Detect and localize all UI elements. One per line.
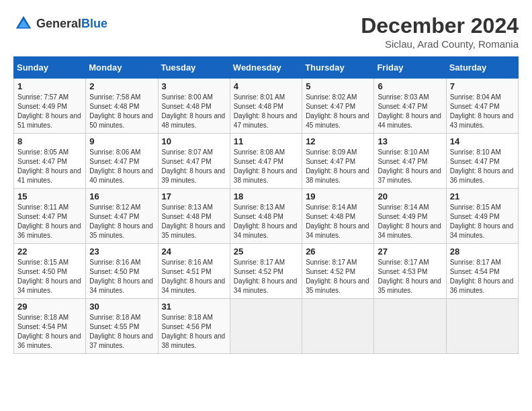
calendar-cell: 25Sunrise: 8:17 AM Sunset: 4:52 PM Dayli… xyxy=(230,244,302,299)
day-number: 23 xyxy=(89,246,154,257)
calendar-cell: 14Sunrise: 8:10 AM Sunset: 4:47 PM Dayli… xyxy=(446,134,518,189)
calendar-week-row: 22Sunrise: 8:15 AM Sunset: 4:50 PM Dayli… xyxy=(14,244,519,299)
subtitle: Siclau, Arad County, Romania xyxy=(361,38,519,50)
calendar-cell: 1Sunrise: 7:57 AM Sunset: 4:49 PM Daylig… xyxy=(14,79,86,134)
day-number: 4 xyxy=(234,81,298,91)
calendar-cell: 4Sunrise: 8:01 AM Sunset: 4:48 PM Daylig… xyxy=(230,79,302,134)
calendar-cell: 8Sunrise: 8:05 AM Sunset: 4:47 PM Daylig… xyxy=(14,134,86,189)
title-area: December 2024 Siclau, Arad County, Roman… xyxy=(361,13,519,50)
calendar-cell: 20Sunrise: 8:14 AM Sunset: 4:49 PM Dayli… xyxy=(374,189,446,244)
day-info: Sunrise: 8:16 AM Sunset: 4:51 PM Dayligh… xyxy=(162,258,226,295)
weekday-header-wednesday: Wednesday xyxy=(230,57,302,79)
day-number: 30 xyxy=(89,302,154,312)
calendar-cell: 24Sunrise: 8:16 AM Sunset: 4:51 PM Dayli… xyxy=(158,244,230,299)
day-info: Sunrise: 8:04 AM Sunset: 4:47 PM Dayligh… xyxy=(450,93,515,130)
day-info: Sunrise: 8:14 AM Sunset: 4:49 PM Dayligh… xyxy=(378,203,442,240)
day-number: 5 xyxy=(306,81,370,91)
day-info: Sunrise: 8:14 AM Sunset: 4:48 PM Dayligh… xyxy=(306,203,370,240)
weekday-header-monday: Monday xyxy=(86,57,158,79)
day-info: Sunrise: 8:06 AM Sunset: 4:47 PM Dayligh… xyxy=(89,148,154,185)
day-number: 28 xyxy=(450,246,515,257)
day-info: Sunrise: 8:18 AM Sunset: 4:56 PM Dayligh… xyxy=(162,313,226,351)
calendar-cell: 3Sunrise: 8:00 AM Sunset: 4:48 PM Daylig… xyxy=(158,79,230,134)
calendar-week-row: 8Sunrise: 8:05 AM Sunset: 4:47 PM Daylig… xyxy=(14,134,519,189)
calendar-cell: 10Sunrise: 8:07 AM Sunset: 4:47 PM Dayli… xyxy=(158,134,230,189)
logo-general: General xyxy=(36,17,81,30)
day-info: Sunrise: 8:18 AM Sunset: 4:54 PM Dayligh… xyxy=(17,313,82,351)
day-number: 1 xyxy=(17,81,82,91)
day-info: Sunrise: 8:12 AM Sunset: 4:47 PM Dayligh… xyxy=(89,203,154,240)
calendar-cell: 9Sunrise: 8:06 AM Sunset: 4:47 PM Daylig… xyxy=(86,134,158,189)
day-number: 2 xyxy=(89,81,154,91)
day-info: Sunrise: 8:13 AM Sunset: 4:48 PM Dayligh… xyxy=(234,203,298,240)
day-number: 10 xyxy=(162,136,226,146)
weekday-header-friday: Friday xyxy=(374,57,446,79)
day-info: Sunrise: 8:03 AM Sunset: 4:47 PM Dayligh… xyxy=(378,93,442,130)
day-info: Sunrise: 8:15 AM Sunset: 4:49 PM Dayligh… xyxy=(450,203,515,240)
header: GeneralBlue December 2024 Siclau, Arad C… xyxy=(13,13,519,50)
calendar-cell: 28Sunrise: 8:17 AM Sunset: 4:54 PM Dayli… xyxy=(446,244,518,299)
day-number: 25 xyxy=(234,246,298,257)
logo-icon xyxy=(13,13,34,34)
calendar-week-row: 15Sunrise: 8:11 AM Sunset: 4:47 PM Dayli… xyxy=(14,189,519,244)
day-info: Sunrise: 8:05 AM Sunset: 4:47 PM Dayligh… xyxy=(17,148,82,185)
day-info: Sunrise: 8:10 AM Sunset: 4:47 PM Dayligh… xyxy=(450,148,515,185)
day-number: 27 xyxy=(378,246,442,257)
calendar-cell: 16Sunrise: 8:12 AM Sunset: 4:47 PM Dayli… xyxy=(86,189,158,244)
day-info: Sunrise: 8:08 AM Sunset: 4:47 PM Dayligh… xyxy=(234,148,298,185)
calendar-cell: 17Sunrise: 8:13 AM Sunset: 4:48 PM Dayli… xyxy=(158,189,230,244)
day-number: 9 xyxy=(89,136,154,146)
calendar-cell: 7Sunrise: 8:04 AM Sunset: 4:47 PM Daylig… xyxy=(446,79,518,134)
calendar-cell: 19Sunrise: 8:14 AM Sunset: 4:48 PM Dayli… xyxy=(302,189,374,244)
day-number: 3 xyxy=(162,81,226,91)
day-number: 19 xyxy=(306,191,370,201)
weekday-header-tuesday: Tuesday xyxy=(158,57,230,79)
day-number: 26 xyxy=(306,246,370,257)
calendar-cell: 6Sunrise: 8:03 AM Sunset: 4:47 PM Daylig… xyxy=(374,79,446,134)
logo-blue: Blue xyxy=(81,17,107,30)
calendar-cell: 31Sunrise: 8:18 AM Sunset: 4:56 PM Dayli… xyxy=(158,299,230,354)
calendar-cell: 15Sunrise: 8:11 AM Sunset: 4:47 PM Dayli… xyxy=(14,189,86,244)
day-info: Sunrise: 8:09 AM Sunset: 4:47 PM Dayligh… xyxy=(306,148,370,185)
day-info: Sunrise: 8:17 AM Sunset: 4:52 PM Dayligh… xyxy=(234,258,298,295)
calendar-cell: 30Sunrise: 8:18 AM Sunset: 4:55 PM Dayli… xyxy=(86,299,158,354)
day-number: 15 xyxy=(17,191,82,201)
day-number: 14 xyxy=(450,136,515,146)
day-info: Sunrise: 7:57 AM Sunset: 4:49 PM Dayligh… xyxy=(17,93,82,130)
logo-text: GeneralBlue xyxy=(36,17,107,31)
calendar-cell: 13Sunrise: 8:10 AM Sunset: 4:47 PM Dayli… xyxy=(374,134,446,189)
day-number: 22 xyxy=(17,246,82,257)
calendar-week-row: 1Sunrise: 7:57 AM Sunset: 4:49 PM Daylig… xyxy=(14,79,519,134)
day-info: Sunrise: 8:17 AM Sunset: 4:52 PM Dayligh… xyxy=(306,258,370,295)
calendar-cell xyxy=(230,299,302,354)
weekday-header-sunday: Sunday xyxy=(14,57,86,79)
day-info: Sunrise: 8:02 AM Sunset: 4:47 PM Dayligh… xyxy=(306,93,370,130)
weekday-header-row: SundayMondayTuesdayWednesdayThursdayFrid… xyxy=(14,57,519,79)
day-number: 7 xyxy=(450,81,515,91)
calendar-cell xyxy=(302,299,374,354)
calendar-cell: 2Sunrise: 7:58 AM Sunset: 4:48 PM Daylig… xyxy=(86,79,158,134)
day-number: 21 xyxy=(450,191,515,201)
day-info: Sunrise: 8:13 AM Sunset: 4:48 PM Dayligh… xyxy=(162,203,226,240)
day-info: Sunrise: 8:15 AM Sunset: 4:50 PM Dayligh… xyxy=(17,258,82,295)
calendar-table: SundayMondayTuesdayWednesdayThursdayFrid… xyxy=(13,56,519,354)
day-number: 17 xyxy=(162,191,226,201)
weekday-header-thursday: Thursday xyxy=(302,57,374,79)
calendar-cell: 23Sunrise: 8:16 AM Sunset: 4:50 PM Dayli… xyxy=(86,244,158,299)
calendar-cell: 22Sunrise: 8:15 AM Sunset: 4:50 PM Dayli… xyxy=(14,244,86,299)
day-info: Sunrise: 8:07 AM Sunset: 4:47 PM Dayligh… xyxy=(162,148,226,185)
day-number: 18 xyxy=(234,191,298,201)
day-number: 24 xyxy=(162,246,226,257)
day-number: 11 xyxy=(234,136,298,146)
calendar-cell: 27Sunrise: 8:17 AM Sunset: 4:53 PM Dayli… xyxy=(374,244,446,299)
calendar-week-row: 29Sunrise: 8:18 AM Sunset: 4:54 PM Dayli… xyxy=(14,299,519,354)
day-info: Sunrise: 8:01 AM Sunset: 4:48 PM Dayligh… xyxy=(234,93,298,130)
calendar-cell xyxy=(446,299,518,354)
calendar-cell: 5Sunrise: 8:02 AM Sunset: 4:47 PM Daylig… xyxy=(302,79,374,134)
calendar-cell: 21Sunrise: 8:15 AM Sunset: 4:49 PM Dayli… xyxy=(446,189,518,244)
day-number: 31 xyxy=(162,302,226,312)
calendar-cell: 12Sunrise: 8:09 AM Sunset: 4:47 PM Dayli… xyxy=(302,134,374,189)
main-title: December 2024 xyxy=(361,13,519,38)
day-info: Sunrise: 8:11 AM Sunset: 4:47 PM Dayligh… xyxy=(17,203,82,240)
day-info: Sunrise: 7:58 AM Sunset: 4:48 PM Dayligh… xyxy=(89,93,154,130)
